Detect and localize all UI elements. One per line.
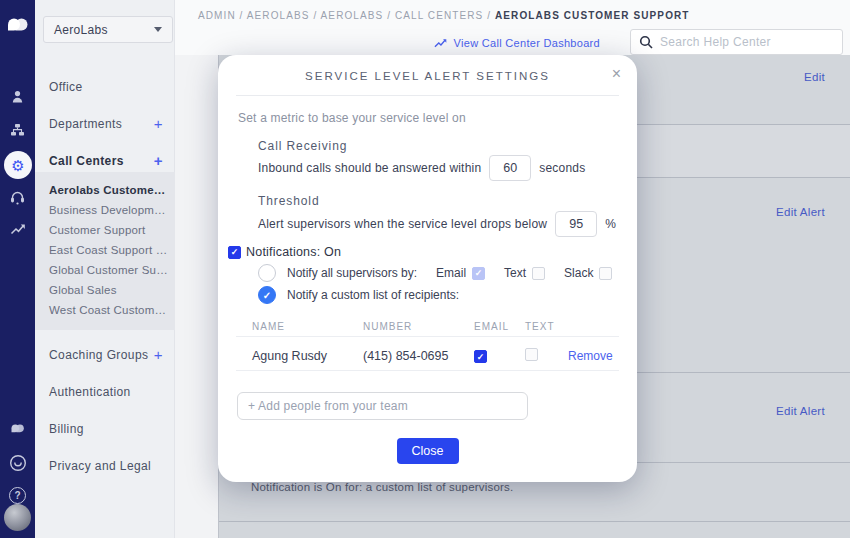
- threshold-input[interactable]: [555, 211, 597, 237]
- col-name: NAME: [252, 321, 363, 332]
- slack-channel-checkbox[interactable]: [599, 267, 612, 280]
- recipient-row: Agung Rusdy (415) 854-0695 Remove: [252, 343, 617, 369]
- col-email: EMAIL: [474, 321, 525, 332]
- threshold-heading: Threshold: [258, 194, 319, 208]
- divider: [236, 95, 619, 96]
- breadcrumb: ADMIN / AEROLABS / AEROLABS / CALL CENTE…: [198, 10, 690, 21]
- page-header: ADMIN / AEROLABS / AEROLABS / CALL CENTE…: [175, 0, 850, 55]
- col-number: NUMBER: [363, 321, 474, 332]
- breadcrumb-path: ADMIN / AEROLABS / AEROLABS / CALL CENTE…: [198, 10, 495, 21]
- org-selector-label: AeroLabs: [54, 23, 154, 37]
- add-people-input[interactable]: [237, 392, 528, 420]
- seconds-unit-label: seconds: [539, 161, 585, 175]
- text-channel-checkbox[interactable]: [532, 267, 545, 280]
- submenu-item-customer-support[interactable]: Customer Support: [35, 220, 175, 240]
- sidebar-item-authentication[interactable]: Authentication: [35, 385, 175, 399]
- channel-text: Text: [504, 266, 545, 280]
- headset-icon[interactable]: [0, 183, 35, 211]
- add-call-center-icon[interactable]: +: [154, 152, 163, 169]
- channel-email: Email: [436, 266, 485, 280]
- feedback-smiley-icon[interactable]: [0, 449, 35, 477]
- gear-icon: ⚙: [11, 158, 24, 173]
- seconds-input[interactable]: [489, 155, 531, 181]
- dialpad-logo-icon: [6, 16, 29, 39]
- recipient-number: (415) 854-0695: [363, 349, 474, 363]
- recipient-email-checkbox[interactable]: [474, 350, 487, 363]
- all-supervisors-radio[interactable]: [258, 264, 276, 282]
- close-icon[interactable]: ×: [612, 65, 621, 83]
- submenu-item-aerolabs-customer-support[interactable]: Aerolabs Customer S...: [35, 180, 175, 200]
- notifications-label: Notifications: On: [246, 245, 341, 259]
- remove-recipient-link[interactable]: Remove: [568, 349, 613, 363]
- submenu-item-west-coast-customer[interactable]: West Coast Customer...: [35, 300, 175, 320]
- dialpad-mini-icon[interactable]: [0, 415, 35, 443]
- user-icon[interactable]: [0, 83, 35, 111]
- threshold-text: Alert supervisors when the service level…: [258, 217, 547, 231]
- all-supervisors-label: Notify all supervisors by:: [287, 266, 417, 280]
- email-channel-checkbox[interactable]: [472, 267, 485, 280]
- org-chart-icon[interactable]: [0, 116, 35, 144]
- sidebar-item-label: Privacy and Legal: [49, 459, 151, 473]
- recipient-name: Agung Rusdy: [252, 349, 363, 363]
- threshold-row: Alert supervisors when the service level…: [258, 211, 616, 237]
- email-channel-label: Email: [436, 266, 466, 280]
- user-avatar[interactable]: [4, 504, 31, 531]
- divider: [236, 336, 619, 337]
- search-icon: [639, 35, 653, 49]
- col-text: TEXT: [525, 321, 568, 332]
- trend-line-icon: [433, 37, 448, 49]
- help-search[interactable]: [630, 29, 843, 55]
- service-level-alert-modal: SERVICE LEVEL ALERT SETTINGS × Set a met…: [218, 55, 637, 482]
- sidebar-item-label: Departments: [49, 117, 122, 131]
- sidebar-item-billing[interactable]: Billing: [35, 422, 175, 436]
- text-channel-label: Text: [504, 266, 526, 280]
- search-input[interactable]: [660, 35, 834, 49]
- call-receiving-row: Inbound calls should be answered within …: [258, 155, 585, 181]
- call-receiving-heading: Call Receiving: [258, 139, 347, 153]
- sidebar-item-privacy-legal[interactable]: Privacy and Legal: [35, 459, 175, 473]
- sidebar-item-label: Coaching Groups: [49, 348, 148, 362]
- submenu-item-east-coast-support[interactable]: East Coast Support 2...: [35, 240, 175, 260]
- notify-custom-list-row: Notify a custom list of recipients:: [258, 286, 459, 304]
- chevron-down-icon: [154, 27, 162, 32]
- modal-intro-text: Set a metric to base your service level …: [238, 111, 466, 125]
- submenu-item-global-sales[interactable]: Global Sales: [35, 280, 175, 300]
- divider: [236, 370, 619, 371]
- modal-title: SERVICE LEVEL ALERT SETTINGS: [218, 70, 637, 82]
- icon-rail: ⚙ ?: [0, 0, 35, 538]
- slack-channel-label: Slack: [564, 266, 593, 280]
- sidebar-item-coaching-groups[interactable]: Coaching Groups +: [35, 348, 175, 362]
- add-coaching-group-icon[interactable]: +: [154, 346, 163, 363]
- sidebar-item-call-centers[interactable]: Call Centers +: [35, 154, 175, 168]
- submenu-item-global-customer-support[interactable]: Global Customer Sup...: [35, 260, 175, 280]
- view-dashboard-label: View Call Center Dashboard: [454, 37, 600, 49]
- sidebar-item-office[interactable]: Office: [35, 80, 175, 94]
- sidebar-item-departments[interactable]: Departments +: [35, 117, 175, 131]
- recipients-table-header: NAME NUMBER EMAIL TEXT: [252, 321, 617, 332]
- org-selector[interactable]: AeroLabs: [43, 16, 173, 43]
- custom-list-label: Notify a custom list of recipients:: [287, 288, 459, 302]
- breadcrumb-current: AEROLABS CUSTOMER SUPPORT: [495, 10, 690, 21]
- call-centers-submenu: Aerolabs Customer S... Business Developm…: [35, 172, 175, 330]
- sidebar-item-label: Authentication: [49, 385, 131, 399]
- channel-slack: Slack: [564, 266, 612, 280]
- add-department-icon[interactable]: +: [154, 115, 163, 132]
- call-receiving-text: Inbound calls should be answered within: [258, 161, 481, 175]
- analytics-trend-icon[interactable]: [0, 215, 35, 243]
- recipient-text-checkbox[interactable]: [525, 348, 538, 361]
- sidebar-item-label: Billing: [49, 422, 84, 436]
- view-dashboard-link[interactable]: View Call Center Dashboard: [433, 37, 600, 49]
- close-button[interactable]: Close: [397, 438, 459, 464]
- settings-sidebar: AeroLabs Office Departments + Call Cente…: [35, 0, 175, 538]
- percent-unit-label: %: [605, 217, 616, 231]
- sidebar-item-label: Office: [49, 80, 83, 94]
- custom-list-radio[interactable]: [258, 286, 276, 304]
- notifications-toggle-row: Notifications: On: [228, 245, 341, 259]
- sidebar-item-label: Call Centers: [49, 154, 124, 168]
- submenu-item-business-development[interactable]: Business Development: [35, 200, 175, 220]
- notify-all-supervisors-row: Notify all supervisors by: Email Text Sl…: [258, 264, 612, 282]
- notifications-checkbox[interactable]: [228, 246, 241, 259]
- settings-icon-active[interactable]: ⚙: [4, 151, 32, 179]
